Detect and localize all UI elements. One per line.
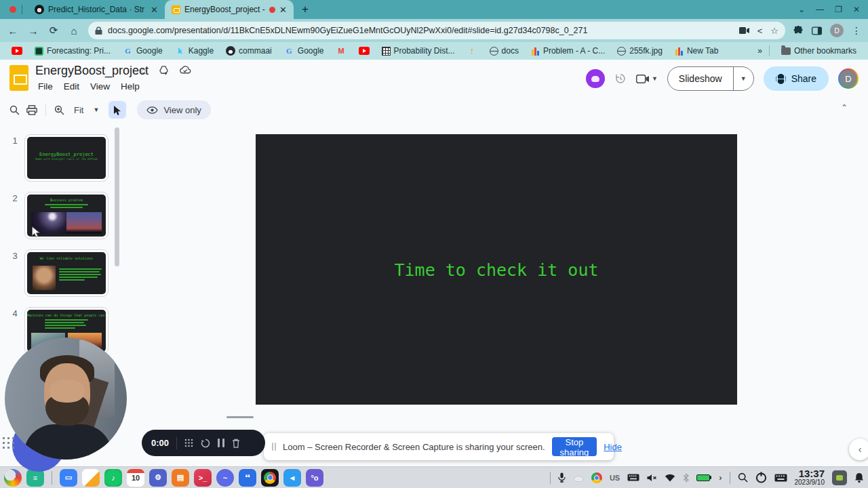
shelf-app-settings-app[interactable]: ⚙ (149, 469, 167, 487)
move-to-drive-icon[interactable] (159, 66, 169, 76)
bookmark-item[interactable] (354, 45, 374, 56)
loom-drag-handle-dots[interactable] (1, 436, 15, 451)
reload-button[interactable]: ⟳ (47, 24, 60, 37)
volume-muted-icon[interactable] (647, 474, 657, 482)
bookmark-item[interactable]: Forecasting: Pri... (30, 45, 115, 57)
browser-profile-avatar[interactable]: D (830, 24, 844, 37)
home-button[interactable]: ⌂ (68, 25, 80, 37)
bookmark-item[interactable]: k Kaggle (170, 45, 218, 58)
shelf-app-terminal-app[interactable]: >_ (194, 469, 212, 487)
bookmark-item[interactable]: Probability Dist... (377, 45, 460, 57)
menu-file[interactable]: File (34, 80, 57, 93)
stop-sharing-button[interactable]: Stop sharing (552, 437, 597, 456)
bookmark-item[interactable]: commaai (221, 45, 277, 57)
document-status-cloud-icon[interactable] (180, 66, 191, 74)
forward-button[interactable]: → (27, 25, 39, 37)
select-tool-button[interactable] (108, 101, 126, 119)
bookmark-item[interactable]: docs (485, 45, 524, 57)
drag-handle-icon[interactable] (272, 443, 276, 451)
shelf-app-files-app[interactable]: ▭ (60, 469, 77, 487)
share-page-icon[interactable]: < (757, 26, 763, 36)
bookmark-item[interactable]: Problem - A - C... (526, 45, 610, 57)
slide-thumbnail-3[interactable]: We like reliable solutions (24, 249, 108, 297)
assistant-icon[interactable] (573, 474, 584, 482)
collapse-toolbar-chevron[interactable]: ⌃ (841, 103, 848, 113)
notification-bell-icon[interactable] (854, 472, 864, 483)
bookmark-item[interactable]: New Tab (670, 45, 723, 57)
discard-recording-icon[interactable] (232, 439, 240, 448)
back-button[interactable]: ← (7, 25, 19, 37)
pause-recording-icon[interactable] (218, 439, 224, 447)
bookmark-star-icon[interactable]: ☆ (770, 26, 778, 36)
tab-close-icon[interactable]: ✕ (279, 5, 287, 14)
minimize-button[interactable]: — (816, 5, 824, 14)
address-bar[interactable]: docs.google.com/presentation/d/11BkCnE5x… (88, 22, 785, 39)
menu-edit[interactable]: Edit (60, 80, 83, 93)
webcam-bubble[interactable] (5, 338, 127, 460)
menu-view[interactable]: View (86, 80, 114, 93)
print-icon[interactable] (26, 105, 37, 115)
wifi-icon[interactable] (665, 474, 675, 482)
shelf-app-music-app[interactable]: ♪ (104, 469, 122, 487)
shelf-app-launcher[interactable] (4, 469, 22, 487)
restart-recording-icon[interactable] (201, 439, 210, 448)
hide-notification-link[interactable]: Hide (604, 442, 622, 452)
share-button[interactable]: Share (764, 66, 829, 91)
shelf-app-tools-app[interactable]: °o (306, 469, 323, 487)
virtual-keyboard-icon[interactable] (774, 474, 787, 482)
zoom-select[interactable]: Fit ▼ (71, 105, 102, 115)
new-tab-button[interactable]: + (302, 3, 309, 16)
keyboard-layout-label[interactable]: US (610, 474, 620, 482)
loom-grid-icon[interactable] (184, 439, 193, 447)
account-avatar[interactable]: D (838, 68, 859, 89)
battery-icon[interactable] (696, 474, 711, 481)
tab-search-icon[interactable]: ⌄ (798, 5, 805, 14)
shelf-app-quotes-app[interactable]: ❛❛ (239, 469, 256, 487)
bookmark-item[interactable]: ↑ (462, 45, 482, 58)
chrome-tray-icon[interactable] (591, 472, 602, 483)
slideshow-button[interactable]: Slideshow (668, 67, 733, 90)
close-window-button[interactable]: ✕ (853, 5, 860, 14)
shelf-app-vscode-app[interactable]: ◄ (283, 469, 301, 487)
view-only-badge[interactable]: View only (137, 100, 210, 119)
bookmark-item[interactable]: G Google (118, 45, 167, 58)
shelf-app-chrome-browser[interactable] (261, 469, 279, 487)
microphone-icon[interactable] (558, 472, 566, 483)
bookmark-item[interactable] (7, 45, 27, 56)
bluetooth-icon[interactable] (683, 473, 689, 483)
slide-thumbnail-1[interactable]: EnergyBoost_project Made with midnight t… (24, 134, 108, 182)
keyboard-icon[interactable] (627, 474, 639, 481)
bookmark-item[interactable]: 255fk.jpg (612, 45, 667, 57)
tray-expand-chevron[interactable]: › (719, 472, 722, 483)
version-history-icon[interactable] (614, 73, 627, 85)
zoom-icon[interactable] (54, 105, 64, 115)
slide-canvas[interactable]: Time to check it out (256, 134, 737, 405)
shelf-app-store-app[interactable]: ▤ (172, 469, 189, 487)
shelf-app-gallery-app[interactable] (82, 469, 100, 487)
clock[interactable]: 13:37 2023/9/10 (795, 468, 825, 486)
edge-panel-chevron[interactable]: ‹ (849, 439, 868, 460)
speaker-notes-divider[interactable] (226, 416, 254, 418)
extensions-puzzle-icon[interactable] (793, 26, 804, 36)
tab-energyboost-project[interactable]: EnergyBoost_project - ✕ (165, 0, 294, 19)
bookmark-item[interactable]: G Google (279, 45, 329, 58)
loom-extension-avatar[interactable] (586, 69, 605, 88)
meet-camera-icon[interactable]: ▼ (636, 75, 658, 83)
slideshow-options-caret[interactable]: ▼ (733, 67, 753, 90)
search-menus-icon[interactable] (9, 105, 20, 115)
google-slides-logo[interactable] (9, 65, 28, 91)
launcher-search-icon[interactable] (738, 472, 748, 483)
tab-close-icon[interactable]: ✕ (151, 5, 158, 14)
side-panel-icon[interactable] (812, 26, 822, 35)
bookmark-item[interactable]: M (332, 45, 351, 58)
bookmarks-overflow-chevron[interactable]: » (757, 46, 762, 56)
power-icon[interactable] (755, 472, 767, 483)
filmstrip-scrollbar[interactable] (115, 127, 119, 266)
screen-capture-indicator[interactable] (832, 470, 847, 485)
restore-button[interactable]: ❐ (835, 5, 842, 14)
shelf-app-calendar-app[interactable]: 10 (127, 469, 144, 487)
shelf-app-audio-app[interactable]: ~ (216, 469, 234, 487)
browser-menu-kebab-icon[interactable]: ⋮ (852, 25, 861, 36)
document-title[interactable]: EnergyBoost_project (35, 64, 149, 78)
tab-predict-historic-data[interactable]: Predict_Historic_Data · Str ✕ (28, 0, 165, 19)
